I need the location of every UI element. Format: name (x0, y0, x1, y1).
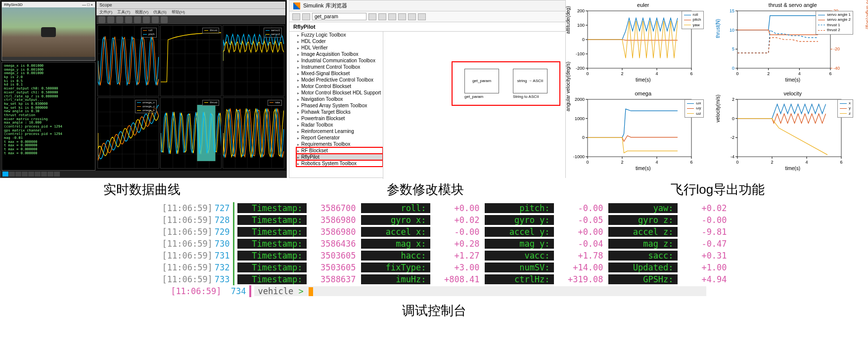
toolbar-icon[interactable] (398, 13, 406, 20)
start-icon[interactable] (2, 172, 8, 176)
back-icon[interactable] (292, 13, 300, 20)
tree-item[interactable]: RflyPilot (296, 154, 383, 160)
y-axis-label: thrust(N) (715, 19, 720, 38)
tree-item[interactable]: Instrument Control Toolbox (296, 64, 383, 70)
svg-text:2: 2 (771, 160, 773, 165)
taskbar-icon[interactable] (9, 172, 15, 176)
minimize-icon[interactable]: — (82, 2, 86, 7)
library-canvas[interactable]: get_param get_param string → ASCII Strin… (383, 32, 565, 179)
svg-text:2: 2 (621, 160, 623, 165)
tree-item[interactable]: HDL Verifier (296, 44, 383, 51)
menu-item[interactable]: 文件(F) (99, 9, 112, 15)
console-key: accel y: (485, 227, 554, 237)
console-row: [11:06:59] 732 Timestamp:3503605fixType:… (162, 262, 706, 273)
forward-icon[interactable] (302, 13, 310, 20)
block-string-to-ascii[interactable]: string → ASCII (513, 69, 548, 93)
taskbar-icon[interactable] (35, 172, 41, 176)
tree-item[interactable]: Radar Toolbox (296, 122, 383, 128)
taskbar-icon[interactable] (15, 172, 21, 176)
toolbar-icon[interactable] (161, 16, 168, 23)
tree-item[interactable]: Powertrain Blockset (296, 115, 383, 122)
maximize-icon[interactable]: □ (87, 2, 90, 7)
console-value: 3503605 (307, 251, 361, 261)
svg-text:-20: -20 (833, 46, 840, 51)
toolbar-icon[interactable] (116, 16, 123, 23)
toolbar-icon[interactable] (408, 13, 416, 20)
console-key: Timestamp: (237, 239, 307, 249)
toolbar-icon[interactable] (125, 16, 132, 23)
menu-item[interactable]: 帮助(H) (172, 9, 185, 15)
console-prompt-row[interactable]: [11:06:59] 734 vehicle > (162, 285, 706, 297)
toolbar-icon[interactable] (98, 16, 105, 23)
library-header: RflyPilot (289, 22, 565, 32)
console-value: +319.08 (554, 274, 608, 284)
toolbar-icon[interactable] (143, 16, 150, 23)
svg-text:0: 0 (586, 71, 589, 76)
tree-item[interactable]: Image Acquisition Toolbox (296, 51, 383, 57)
console-row: [11:06:59] 731 Timestamp:3503605hacc:+1.… (162, 250, 706, 262)
library-tree[interactable]: Fuzzy Logic ToolboxHDL CoderHDL Verifier… (289, 32, 383, 179)
menu-item[interactable]: 仿真(S) (153, 9, 167, 15)
tree-item[interactable]: Industrial Communication Toolbox (296, 57, 383, 64)
rfly3d-viewport[interactable] (2, 7, 95, 57)
x-axis-label: time(s) (570, 77, 717, 83)
debug-console: [11:06:59] 727 Timestamp:3586700roll:+0.… (162, 202, 706, 297)
scope-toolbar[interactable] (96, 15, 285, 24)
menu-item[interactable]: 工具(T) (117, 9, 130, 15)
taskbar-icon[interactable] (47, 172, 53, 176)
console-lineno: 729 (215, 227, 230, 237)
tree-item[interactable]: Report Generator (296, 134, 383, 141)
console-key: mag y: (485, 239, 554, 249)
taskbar-icon[interactable] (54, 172, 60, 176)
tree-item[interactable]: Motor Control Blockset (296, 83, 383, 89)
tree-item[interactable]: Model Predictive Control Toolbox (296, 77, 383, 83)
scope-menubar[interactable]: 文件(F)工具(T)视图(V)仿真(S)帮助(H) (96, 8, 285, 15)
tree-item[interactable]: Motor Control Blockset HDL Support (296, 89, 383, 96)
tree-item[interactable]: Robotics System Toolbox (296, 160, 383, 167)
tree-item[interactable]: Fuzzy Logic Toolbox (296, 32, 383, 38)
close-icon[interactable]: × (91, 2, 93, 7)
toolbar-icon[interactable] (134, 16, 141, 23)
plot-title: omega (570, 90, 717, 96)
help-icon[interactable] (418, 13, 426, 20)
block-group-highlight: get_param get_param string → ASCII Strin… (452, 61, 560, 106)
plot-title: euler (570, 2, 717, 8)
tree-item[interactable]: Navigation Toolbox (296, 96, 383, 102)
svg-text:4: 4 (798, 71, 800, 76)
console-prompt[interactable]: vehicle > (254, 286, 706, 296)
windows-taskbar[interactable] (0, 171, 286, 177)
svg-text:0: 0 (731, 66, 734, 71)
tree-item[interactable]: Mixed-Signal Blockset (296, 70, 383, 77)
scope-plot[interactable]: servo1servo2 (223, 25, 284, 96)
scope-plot[interactable]: rollpitch (97, 25, 159, 96)
console-value: -0.04 (554, 239, 608, 249)
scope-plot[interactable]: omega_xomega_yomega_z (97, 97, 159, 169)
simulink-titlebar: Simulink 库浏览器 (289, 0, 565, 11)
toolbar-icon[interactable] (152, 16, 159, 23)
tree-item[interactable]: HDL Coder (296, 38, 383, 44)
block-get-param[interactable]: get_param (464, 69, 499, 93)
toolbar-icon[interactable] (107, 16, 114, 23)
tree-item[interactable]: RF Blockset (296, 147, 383, 154)
search-input[interactable] (312, 13, 366, 20)
tree-item[interactable]: Requirements Toolbox (296, 141, 383, 147)
tree-item[interactable]: Pixhawk Target Blocks (296, 109, 383, 115)
console-key: ctrlHz: (485, 274, 554, 284)
tree-item[interactable]: Phased Array System Toolbox (296, 102, 383, 109)
svg-text:6: 6 (840, 160, 842, 165)
console-timestamp: [11:06:59] (162, 274, 213, 284)
menu-item[interactable]: 视图(V) (135, 9, 148, 15)
toolbar-icon[interactable] (388, 13, 396, 20)
terminal-window[interactable]: omega_x is 0.001000omega_y is 0.001000om… (1, 62, 95, 171)
toolbar-icon[interactable] (378, 13, 386, 20)
taskbar-icon[interactable] (41, 172, 47, 176)
taskbar-icon[interactable] (28, 172, 34, 176)
cursor-icon (309, 287, 313, 296)
scope-plot[interactable]: thrust (160, 25, 222, 96)
plot-legend: ωxωyωz (685, 99, 703, 118)
scope-plot[interactable]: thrust (160, 97, 222, 169)
taskbar-icon[interactable] (22, 172, 28, 176)
search-icon[interactable] (368, 13, 376, 20)
scope-plot[interactable]: rate (223, 97, 284, 169)
tree-item[interactable]: Reinforcement Learning (296, 128, 383, 134)
